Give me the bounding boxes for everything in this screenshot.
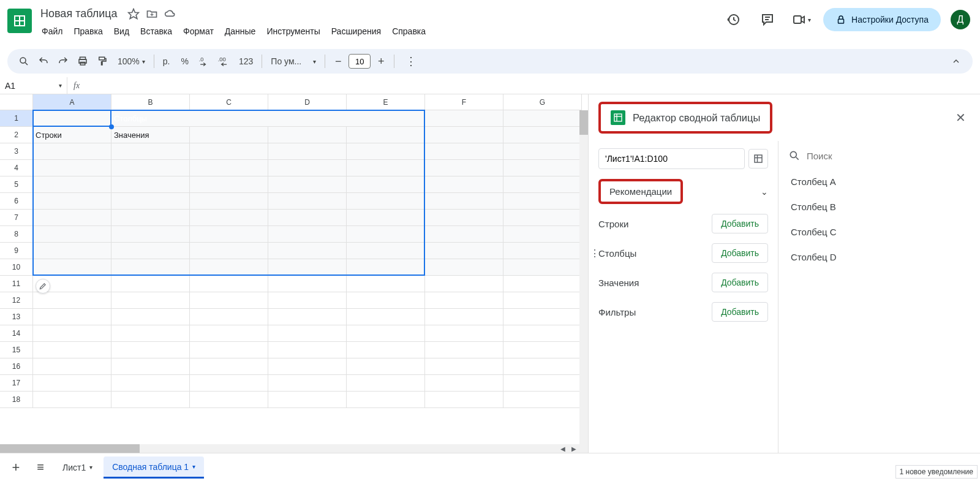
cell[interactable] [347,193,425,210]
cell[interactable] [268,143,347,160]
cell[interactable] [190,176,268,193]
move-icon[interactable] [146,8,158,20]
cell[interactable] [111,243,190,259]
cell[interactable] [190,392,268,408]
recommendations-row[interactable]: Рекомендации ⌄ [598,179,768,204]
column-search-input[interactable] [807,151,970,161]
cell[interactable] [425,226,503,243]
star-icon[interactable] [127,8,140,20]
cell[interactable] [33,226,111,243]
cell[interactable] [503,143,582,160]
menu-format[interactable]: Формат [178,24,219,39]
cell[interactable] [347,210,425,226]
row-header[interactable]: 12 [0,292,33,309]
menu-view[interactable]: Вид [109,24,134,39]
cell[interactable] [268,292,347,309]
cell[interactable] [347,325,425,342]
available-col-c[interactable]: Столбец C [788,219,970,244]
cell[interactable] [347,226,425,243]
cell[interactable] [190,325,268,342]
col-header-g[interactable]: G [503,94,582,110]
cell[interactable] [347,276,425,292]
cell[interactable] [111,143,190,160]
cell[interactable] [111,226,190,243]
menu-data[interactable]: Данные [220,24,261,39]
add-values-button[interactable]: Добавить [712,273,768,292]
undo-icon[interactable] [34,52,53,70]
cell[interactable] [268,309,347,325]
cell[interactable] [268,325,347,342]
avatar[interactable]: Д [951,10,970,29]
cell[interactable] [111,160,190,176]
cell[interactable] [33,243,111,259]
cell[interactable] [190,243,268,259]
cell[interactable] [190,127,268,143]
row-header[interactable]: 3 [0,143,33,160]
menu-help[interactable]: Справка [387,24,431,39]
cell[interactable] [33,392,111,408]
cell[interactable] [503,276,582,292]
cell[interactable] [268,210,347,226]
cell[interactable] [268,358,347,375]
row-header[interactable]: 11 [0,276,33,292]
cell[interactable] [503,309,582,325]
row-header[interactable]: 13 [0,309,33,325]
close-panel-icon[interactable]: ✕ [951,108,970,127]
col-header-c[interactable]: C [190,94,268,110]
increase-decimal-icon[interactable]: .00 [214,52,233,70]
cell[interactable] [190,358,268,375]
row-header[interactable]: 10 [0,259,33,276]
decrease-font-icon[interactable]: − [329,52,347,70]
font-size-input[interactable] [349,54,371,69]
sheet-tab-list1[interactable]: Лист1▾ [54,456,101,479]
scroll-left-icon[interactable]: ◀ [557,444,568,453]
meet-icon[interactable]: ▾ [790,7,813,32]
cell[interactable] [503,342,582,358]
cell[interactable] [33,143,111,160]
vertical-scrollbar[interactable] [579,110,588,453]
row-header[interactable]: 6 [0,193,33,210]
cell[interactable] [268,160,347,176]
cell[interactable] [347,176,425,193]
cell[interactable] [425,309,503,325]
share-button[interactable]: Настройки Доступа [823,8,941,31]
cell[interactable] [190,375,268,392]
cell[interactable] [425,342,503,358]
cell[interactable] [347,392,425,408]
cell[interactable] [111,358,190,375]
cell[interactable] [503,259,582,276]
history-icon[interactable] [721,7,745,32]
more-icon[interactable]: ⋮ [402,52,420,70]
cell[interactable] [268,375,347,392]
percent-button[interactable]: % [176,56,194,66]
row-header[interactable]: 14 [0,325,33,342]
menu-tools[interactable]: Инструменты [262,24,325,39]
select-range-icon[interactable] [748,149,768,169]
search-icon[interactable] [15,52,33,70]
add-sheet-icon[interactable]: + [5,456,27,479]
menu-edit[interactable]: Правка [69,24,107,39]
doc-title[interactable]: Новая таблица [37,6,121,21]
cell[interactable] [111,193,190,210]
name-box[interactable]: A1▾ [0,77,67,94]
cell[interactable] [425,325,503,342]
cell[interactable] [111,276,190,292]
cell[interactable] [503,392,582,408]
cell[interactable] [268,243,347,259]
cell[interactable] [425,392,503,408]
decrease-decimal-icon[interactable]: .0 [195,52,213,70]
comments-icon[interactable] [755,7,780,32]
cell[interactable] [190,259,268,276]
row-header[interactable]: 4 [0,160,33,176]
col-header-d[interactable]: D [268,94,347,110]
cells-container[interactable]: Столбцы Строки Значения [33,110,588,408]
row-header[interactable]: 8 [0,226,33,243]
cell[interactable] [111,309,190,325]
increase-font-icon[interactable]: + [372,52,390,70]
cell[interactable] [347,160,425,176]
cell[interactable] [268,259,347,276]
cell[interactable] [268,342,347,358]
cell[interactable] [503,358,582,375]
notification-toast[interactable]: 1 новое уведомление [895,465,978,479]
cell[interactable] [33,309,111,325]
